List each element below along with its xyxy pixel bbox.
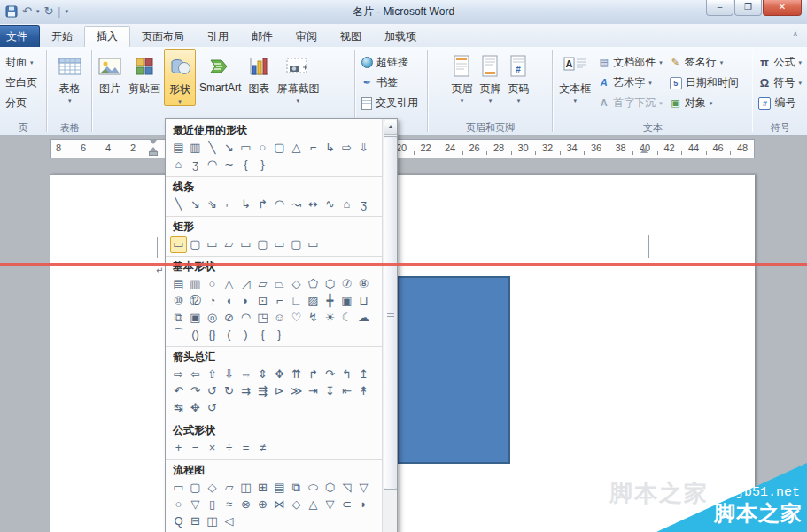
- shape-icon[interactable]: ⏢: [271, 276, 288, 293]
- shape-icon[interactable]: ⌂: [170, 157, 187, 173]
- shape-icon[interactable]: ◇: [288, 497, 305, 513]
- shape-icon[interactable]: ☺: [271, 310, 288, 327]
- shape-icon[interactable]: △: [288, 140, 305, 157]
- shape-icon[interactable]: ↺: [204, 400, 221, 417]
- shape-icon[interactable]: ⑩: [170, 293, 187, 310]
- shape-icon[interactable]: ◹: [338, 480, 355, 497]
- shape-icon[interactable]: ▭: [237, 236, 254, 253]
- shape-icon[interactable]: ▢: [187, 236, 204, 253]
- shape-icon[interactable]: ▭: [271, 236, 288, 253]
- shape-icon[interactable]: ⧉: [170, 310, 187, 327]
- shape-icon[interactable]: ⇧: [204, 366, 221, 383]
- shape-icon[interactable]: ≈: [221, 497, 237, 513]
- tab-insert[interactable]: 插入: [84, 26, 130, 47]
- shape-icon[interactable]: ◁: [221, 513, 237, 530]
- shape-icon[interactable]: ◖: [221, 293, 237, 310]
- shape-icon[interactable]: ▭: [170, 236, 187, 253]
- shape-icon[interactable]: ◿: [237, 276, 254, 293]
- shape-icon[interactable]: ▭: [204, 236, 221, 253]
- right-indent-marker[interactable]: [640, 148, 648, 153]
- shape-icon[interactable]: ↥: [355, 366, 372, 383]
- shape-icon[interactable]: ⬠: [305, 276, 322, 293]
- shape-icon[interactable]: +: [170, 440, 187, 457]
- shape-icon[interactable]: ▥: [187, 276, 204, 293]
- shape-icon[interactable]: ↘: [187, 197, 204, 213]
- shape-icon[interactable]: ╲: [204, 140, 221, 157]
- shape-icon[interactable]: ◠: [204, 157, 221, 173]
- shape-icon[interactable]: (): [187, 327, 204, 343]
- shape-icon[interactable]: (: [221, 327, 237, 343]
- shape-icon[interactable]: ▭: [237, 140, 254, 157]
- shape-icon[interactable]: ⬡: [322, 480, 338, 497]
- shape-icon[interactable]: ⊔: [355, 293, 372, 310]
- shape-icon[interactable]: ∟: [288, 293, 305, 310]
- wordart-button[interactable]: A 艺术字▾: [594, 73, 666, 93]
- shape-icon[interactable]: ╋: [322, 293, 338, 310]
- shape-icon[interactable]: ☀: [322, 310, 338, 327]
- shape-icon[interactable]: ▽: [322, 497, 338, 513]
- shape-icon[interactable]: ʒ: [355, 197, 372, 213]
- shape-icon[interactable]: ≠: [254, 440, 271, 457]
- shape-icon[interactable]: ☁: [355, 310, 372, 327]
- shape-icon[interactable]: ⇩: [355, 140, 372, 157]
- shape-icon[interactable]: ◇: [204, 480, 221, 497]
- tab-file[interactable]: 文件: [0, 25, 40, 47]
- picture-button[interactable]: 图片: [95, 49, 125, 96]
- shape-icon[interactable]: ◳: [254, 310, 271, 327]
- shape-icon[interactable]: ☾: [338, 310, 355, 327]
- shape-icon[interactable]: ▢: [254, 236, 271, 253]
- shape-icon[interactable]: ⬭: [305, 480, 322, 497]
- shape-icon[interactable]: ⇥: [305, 383, 322, 400]
- maximize-button[interactable]: ❐: [734, 0, 762, 16]
- shape-icon[interactable]: ▽: [355, 480, 372, 497]
- object-button[interactable]: ▣ 对象▾: [666, 93, 742, 113]
- tab-page-layout[interactable]: 页面布局: [130, 27, 196, 47]
- shape-icon[interactable]: ↷: [322, 366, 338, 383]
- shape-icon[interactable]: ⌂: [338, 197, 355, 213]
- shape-icon[interactable]: ∿: [322, 197, 338, 213]
- shape-icon[interactable]: {: [237, 157, 254, 173]
- text-box-button[interactable]: A 文本框 ▾: [555, 49, 594, 104]
- shape-icon[interactable]: ↷: [187, 383, 204, 400]
- close-button[interactable]: ✕: [763, 0, 802, 16]
- shape-icon[interactable]: ▤: [271, 480, 288, 497]
- shape-icon[interactable]: ▭: [170, 480, 187, 497]
- shapes-button[interactable]: 形状 ▾: [164, 49, 196, 106]
- left-indent-marker[interactable]: [149, 151, 158, 156]
- table-button[interactable]: 表格 ▾: [55, 49, 85, 104]
- shape-icon[interactable]: ♡: [288, 310, 305, 327]
- tab-addins[interactable]: 加载项: [373, 27, 428, 47]
- shape-icon[interactable]: ○: [204, 276, 221, 293]
- shape-icon[interactable]: ↳: [322, 140, 338, 157]
- shape-icon[interactable]: ▣: [338, 293, 355, 310]
- shape-icon[interactable]: ↯: [305, 310, 322, 327]
- shape-icon[interactable]: ▨: [305, 293, 322, 310]
- shape-icon[interactable]: ⌐: [305, 140, 322, 157]
- shape-icon[interactable]: ↭: [305, 197, 322, 213]
- shape-icon[interactable]: }: [254, 157, 271, 173]
- cross-reference-button[interactable]: 交叉引用: [358, 93, 422, 113]
- smartart-button[interactable]: SmartArt: [196, 49, 244, 94]
- scrollbar-thumb[interactable]: [384, 136, 398, 490]
- number-button[interactable]: # 编号: [755, 93, 805, 113]
- shape-icon[interactable]: ≫: [288, 383, 305, 400]
- shape-icon[interactable]: ⇕: [254, 366, 271, 383]
- shape-icon[interactable]: ↶: [170, 383, 187, 400]
- shape-icon[interactable]: ⇈: [288, 366, 305, 383]
- shape-icon[interactable]: ▢: [271, 140, 288, 157]
- shape-icon[interactable]: ↻: [221, 383, 237, 400]
- shape-icon[interactable]: ): [237, 327, 254, 343]
- shape-icon[interactable]: ʒ: [187, 157, 204, 173]
- bookmark-button[interactable]: ✒ 书签: [358, 73, 422, 93]
- shape-icon[interactable]: ⇉: [237, 383, 254, 400]
- shape-icon[interactable]: ◗: [237, 293, 254, 310]
- shape-icon[interactable]: ▯: [204, 497, 221, 513]
- shape-icon[interactable]: ◔: [204, 293, 221, 310]
- shape-icon[interactable]: ⌐: [221, 197, 237, 213]
- tab-mailings[interactable]: 邮件: [240, 27, 284, 47]
- inserted-rectangle-shape[interactable]: [397, 276, 510, 464]
- tab-view[interactable]: 视图: [329, 27, 373, 47]
- shape-icon[interactable]: ⇩: [221, 366, 237, 383]
- shape-icon[interactable]: ✥: [187, 400, 204, 417]
- quick-parts-button[interactable]: ▤ 文档部件▾: [594, 52, 666, 73]
